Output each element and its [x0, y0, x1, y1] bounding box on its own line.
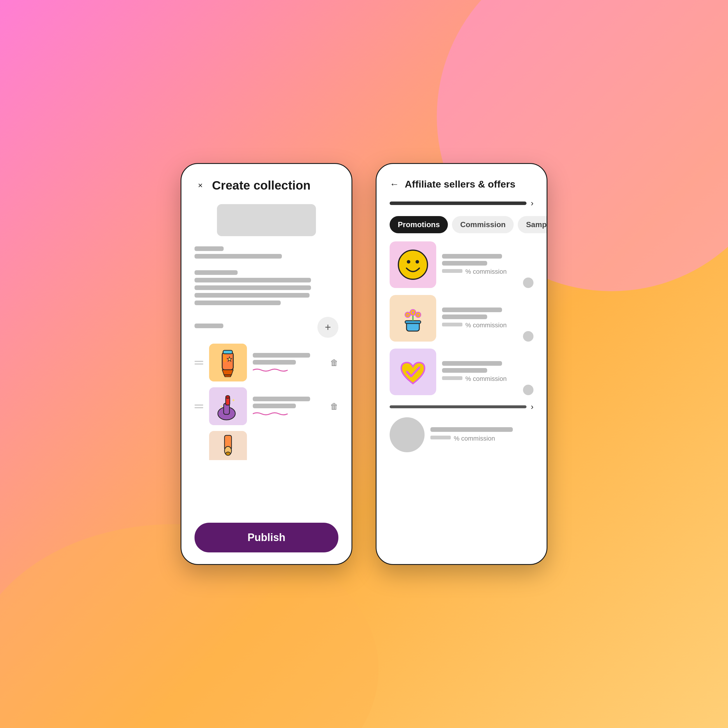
affiliate-thumb-2: [390, 295, 436, 341]
label-line-1: [194, 246, 224, 251]
offer-detail-3: [442, 368, 487, 373]
product-info-1: [253, 353, 324, 372]
ghost-avatar: [390, 417, 425, 452]
desc-line-4: [194, 301, 281, 305]
svg-rect-1: [223, 354, 226, 362]
field-block-1: [194, 246, 338, 262]
bottom-divider: ›: [390, 402, 534, 411]
affiliate-item-2: % commission: [390, 295, 534, 341]
description-block: [194, 270, 338, 308]
desc-line-2: [194, 285, 311, 290]
delete-button-2[interactable]: 🗑: [330, 402, 338, 411]
delete-button-1[interactable]: 🗑: [330, 358, 338, 367]
status-dot-3: [523, 385, 534, 395]
product-wavy-1: [253, 368, 324, 372]
lipstick-icon: ✦ ✦: [213, 392, 243, 421]
offer-name-1: [442, 254, 502, 258]
desc-line-3: [194, 293, 309, 298]
progress-chevron[interactable]: ›: [531, 199, 534, 208]
commission-text-2: % commission: [442, 321, 517, 329]
product-thumb-1: [209, 344, 247, 381]
commission-text-1: % commission: [442, 268, 517, 275]
divider-bar: [390, 405, 526, 408]
affiliate-item-1: % commission: [390, 242, 534, 288]
svg-rect-5: [223, 350, 232, 354]
affiliate-item-3: % commission: [390, 349, 534, 395]
svg-point-24: [412, 311, 414, 314]
product-name-line-2: [253, 397, 310, 401]
svg-point-25: [407, 314, 409, 316]
progress-bar: [390, 202, 526, 205]
product-item-1: 🗑: [194, 344, 338, 381]
affiliate-thumb-3: [390, 349, 436, 395]
products-label: [194, 324, 223, 328]
flower-pot-icon: [395, 301, 430, 336]
cream-tube-icon: [213, 348, 243, 377]
svg-rect-19: [405, 321, 421, 324]
create-collection-title: Create collection: [212, 179, 310, 193]
heart-check-icon: [395, 354, 430, 389]
affiliate-info-1: % commission: [442, 254, 517, 275]
product-info-2: [253, 397, 324, 416]
left-header: × Create collection: [194, 179, 338, 193]
ghost-commission: % commission: [430, 435, 534, 442]
product-item-2: ✦ ✦ 🗑: [194, 387, 338, 425]
svg-marker-2: [222, 370, 233, 375]
product-item-3: [194, 431, 338, 460]
svg-point-16: [407, 260, 410, 263]
svg-text:✦: ✦: [231, 398, 235, 403]
product-thumb-3: [209, 431, 247, 460]
offer-name-3: [442, 361, 502, 366]
add-product-button[interactable]: +: [317, 317, 338, 338]
tab-promotions[interactable]: Promotions: [390, 216, 448, 233]
offer-detail-2: [442, 315, 487, 319]
drag-handle-1[interactable]: [194, 361, 203, 365]
product-wavy-2: [253, 412, 324, 416]
products-section-header: +: [194, 317, 338, 338]
svg-marker-3: [224, 375, 231, 377]
right-header: ← Affiliate sellers & offers: [390, 179, 534, 190]
smiley-icon: [395, 247, 430, 282]
affiliate-list: % commission: [390, 242, 534, 552]
svg-point-9: [226, 395, 230, 398]
drag-handle-2[interactable]: [194, 404, 203, 408]
affiliate-info-2: % commission: [442, 307, 517, 329]
product-thumb-2: ✦ ✦: [209, 387, 247, 425]
desc-label: [194, 270, 238, 275]
offer-name-2: [442, 307, 502, 312]
product-detail-line-1: [253, 360, 296, 365]
svg-point-15: [398, 250, 427, 279]
svg-text:✦: ✦: [220, 404, 223, 408]
tab-bar: Promotions Commission Samples: [390, 216, 534, 233]
affiliate-title: Affiliate sellers & offers: [405, 179, 515, 190]
tab-samples[interactable]: Samples: [518, 216, 548, 233]
ghost-item: % commission: [390, 417, 534, 452]
screens-container: × Create collection +: [180, 163, 548, 565]
tab-commission[interactable]: Commission: [452, 216, 514, 233]
svg-point-17: [416, 260, 419, 263]
affiliate-info-3: % commission: [442, 361, 517, 382]
create-collection-phone: × Create collection +: [180, 163, 352, 565]
desc-line-1: [194, 278, 311, 283]
affiliate-thumb-1: [390, 242, 436, 288]
commission-text-3: % commission: [442, 375, 517, 382]
product-name-line-1: [253, 353, 310, 358]
progress-row: ›: [390, 199, 534, 208]
product-detail-line-2: [253, 404, 296, 408]
value-line-1: [194, 254, 282, 258]
close-button[interactable]: ×: [194, 180, 206, 191]
ghost-info: % commission: [430, 427, 534, 442]
ghost-name: [430, 427, 513, 432]
offer-detail-1: [442, 261, 487, 266]
affiliate-phone: ← Affiliate sellers & offers › Promotion…: [376, 163, 548, 565]
brush-icon: [213, 431, 243, 460]
bottom-chevron[interactable]: ›: [531, 402, 534, 411]
svg-point-26: [417, 314, 419, 316]
status-dot-2: [523, 331, 534, 341]
status-dot-1: [523, 277, 534, 288]
back-button[interactable]: ←: [390, 179, 399, 190]
publish-button[interactable]: Publish: [194, 523, 338, 552]
cover-image-placeholder: [217, 204, 316, 236]
svg-point-14: [226, 452, 230, 456]
product-list: 🗑: [194, 344, 338, 514]
